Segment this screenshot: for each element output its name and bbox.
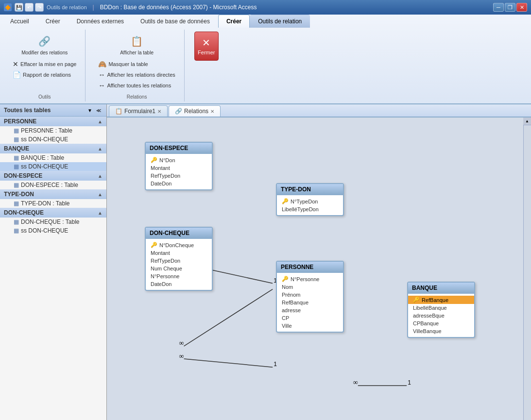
field-banque-ville: VilleBanque <box>408 327 474 335</box>
field-personne-npersonne: 🔑 N°Personne <box>277 275 343 283</box>
form-icon: 📋 <box>115 108 122 115</box>
field-typedon-libelle: LibelléTypeDon <box>277 205 343 213</box>
ribbon-group-outils: 🔗 Modifier des relations ✕ Effacer la mi… <box>4 30 86 101</box>
ribbon-small-group-relations: 🙈 Masquer la table ↔ Afficher les relati… <box>95 59 178 90</box>
don-cheque-table-header: DON-CHEQUE <box>146 228 212 239</box>
modifier-relations-button[interactable]: 🔗 Modifier des relations <box>18 32 70 57</box>
don-cheque-chevron: ▲ <box>98 210 103 216</box>
don-espece-header[interactable]: DON-ESPECE ▲ <box>0 171 106 181</box>
field-personne-ville: Ville <box>277 322 343 330</box>
table-type-don[interactable]: TYPE-DON 🔑 N°TypeDon LibelléTypeDon <box>276 183 344 216</box>
access-icon: 🔶 <box>4 3 12 11</box>
key-icon: 🔑 <box>282 276 289 282</box>
table-don-espece[interactable]: DON-ESPECE 🔑 N°Don Montant RefTypeDon Da… <box>145 142 213 190</box>
tab-creer-active[interactable]: Créer <box>218 15 250 28</box>
quick-access-toolbar: 💾 ↶ ↷ <box>15 3 44 12</box>
field-typedon-ntypedon: 🔑 N°TypeDon <box>277 197 343 205</box>
field-cheque-reftypedon: RefTypeDon <box>146 257 212 265</box>
tab-formulaire1[interactable]: 📋 Formulaire1 ✕ <box>109 105 168 117</box>
field-personne-nom: Nom <box>277 283 343 291</box>
personne-header[interactable]: PERSONNE ▲ <box>0 117 106 126</box>
minimize-button[interactable]: ─ <box>493 3 504 12</box>
svg-text:∞: ∞ <box>353 378 358 386</box>
effacer-btn[interactable]: ✕ Effacer la mise en page <box>10 59 79 69</box>
tab-outils-relation[interactable]: Outils de relation <box>250 15 310 28</box>
masquer-table-btn[interactable]: 🙈 Masquer la table <box>95 59 178 69</box>
afficher-table-icon: 📋 <box>129 34 145 49</box>
context-tab-label: Outils de relation <box>47 4 87 10</box>
effacer-icon: ✕ <box>13 60 18 68</box>
tab-formulaire1-close[interactable]: ✕ <box>157 109 161 114</box>
tab-donnees-externes[interactable]: Données externes <box>69 15 132 28</box>
rapport-icon: 📄 <box>13 71 21 79</box>
type-don-table-header: TYPE-DON <box>277 184 343 195</box>
ribbon-content: 🔗 Modifier des relations ✕ Effacer la mi… <box>0 28 531 103</box>
tree-item-banque-table[interactable]: ▦ BANQUE : Table <box>0 153 106 162</box>
scrollbar-right[interactable]: ▲ ▼ <box>523 118 531 420</box>
svg-text:1: 1 <box>274 361 277 368</box>
field-banque-libelle: LibelléBanque <box>408 304 474 312</box>
panel-close[interactable]: ≪ <box>95 106 103 114</box>
toutes-btn[interactable]: ↔ Afficher toutes les relations <box>95 81 178 90</box>
modifier-icon: 🔗 <box>37 34 52 49</box>
tree-item-banque-query[interactable]: ▦ ss DON-CHEQUE <box>0 162 106 171</box>
tab-accueil[interactable]: Accueil <box>2 15 37 28</box>
table-icon: ▦ <box>14 218 19 225</box>
don-cheque-header[interactable]: DON-CHEQUE ▲ <box>0 208 106 218</box>
close-button[interactable]: ✕ <box>516 3 527 12</box>
afficher-table-button[interactable]: 📋 Afficher la table <box>117 32 156 57</box>
field-personne-cp: CP <box>277 314 343 322</box>
tree-item-don-cheque-table[interactable]: ▦ DON-CHEQUE : Table <box>0 218 106 226</box>
personne-chevron: ▲ <box>98 119 103 124</box>
rapport-btn[interactable]: 📄 Rapport de relations <box>10 70 79 80</box>
tab-relations-close[interactable]: ✕ <box>210 109 214 114</box>
left-panel: Toutes les tables ▼ ≪ PERSONNE ▲ ▦ PERSO… <box>0 104 107 420</box>
tree-section-type-don: TYPE-DON ▲ ▦ TYPE-DON : Table <box>0 189 106 208</box>
table-banque[interactable]: BANQUE 🔑 RefBanque LibelléBanque adresse… <box>407 282 475 338</box>
scroll-up-button[interactable]: ▲ <box>523 118 531 125</box>
tree-item-personne-query[interactable]: ▦ ss DON-CHEQUE <box>0 135 106 144</box>
restore-button[interactable]: ❐ <box>505 3 515 12</box>
save-qa-button[interactable]: 💾 <box>15 3 23 12</box>
panel-dropdown[interactable]: ▼ <box>86 106 94 114</box>
don-espece-chevron: ▲ <box>98 173 103 179</box>
directes-btn[interactable]: ↔ Afficher les relations directes <box>95 70 178 80</box>
redo-qa-button[interactable]: ↷ <box>35 3 44 12</box>
ribbon: Accueil Créer Données externes Outils de… <box>0 15 531 104</box>
key-icon: 🔑 <box>282 198 289 204</box>
don-espece-table-header: DON-ESPECE <box>146 143 212 154</box>
tree-item-don-espece-table[interactable]: ▦ DON-ESPECE : Table <box>0 181 106 189</box>
type-don-table-body: 🔑 N°TypeDon LibelléTypeDon <box>277 195 343 215</box>
banque-header[interactable]: BANQUE ▲ <box>0 144 106 153</box>
svg-text:1: 1 <box>408 379 411 386</box>
tree-item-type-don-table[interactable]: ▦ TYPE-DON : Table <box>0 199 106 208</box>
table-icon: ▦ <box>14 127 19 134</box>
don-espece-table-body: 🔑 N°Don Montant RefTypeDon DateDon <box>146 154 212 189</box>
directes-icon: ↔ <box>98 71 105 79</box>
undo-qa-button[interactable]: ↶ <box>25 3 34 12</box>
table-icon: ▦ <box>14 182 19 188</box>
table-icon: ▦ <box>14 200 19 207</box>
svg-text:∞: ∞ <box>179 339 184 347</box>
table-personne[interactable]: PERSONNE 🔑 N°Personne Nom Prénom RefBanq… <box>276 261 344 333</box>
table-don-cheque[interactable]: DON-CHEQUE 🔑 N°DonCheque Montant RefType… <box>145 227 213 291</box>
tab-creer[interactable]: Créer <box>37 15 69 28</box>
relations-canvas[interactable]: ∞ 1 ∞ ∞ 1 ∞ 1 DON-ESPECE 🔑 <box>107 118 531 420</box>
tree-item-personne-table[interactable]: ▦ PERSONNE : Table <box>0 126 106 135</box>
banque-chevron: ▲ <box>98 146 103 151</box>
tab-relations[interactable]: 🔗 Relations ✕ <box>169 105 221 117</box>
field-personne-adresse: adresse <box>277 306 343 314</box>
content-area: 📋 Formulaire1 ✕ 🔗 Relations ✕ ∞ 1 ∞ <box>107 104 531 420</box>
tab-outils-base[interactable]: Outils de base de données <box>132 15 218 28</box>
tree-section-don-cheque: DON-CHEQUE ▲ ▦ DON-CHEQUE : Table ▦ ss D… <box>0 208 106 235</box>
field-don-montant: Montant <box>146 164 212 172</box>
field-don-reftypedon: RefTypeDon <box>146 172 212 180</box>
title-bar-left: 🔶 💾 ↶ ↷ Outils de relation | BDDon : Bas… <box>4 3 257 12</box>
type-don-header[interactable]: TYPE-DON ▲ <box>0 189 106 199</box>
ribbon-small-group-outils: ✕ Effacer la mise en page 📄 Rapport de r… <box>10 59 79 80</box>
fermer-button[interactable]: ✕ Fermer <box>194 32 219 61</box>
personne-table-header: PERSONNE <box>277 262 343 273</box>
tree-item-don-cheque-query[interactable]: ▦ ss DON-CHEQUE <box>0 226 106 235</box>
field-personne-refbanque: RefBanque <box>277 299 343 306</box>
tree-section-personne: PERSONNE ▲ ▦ PERSONNE : Table ▦ ss DON-C… <box>0 117 106 144</box>
